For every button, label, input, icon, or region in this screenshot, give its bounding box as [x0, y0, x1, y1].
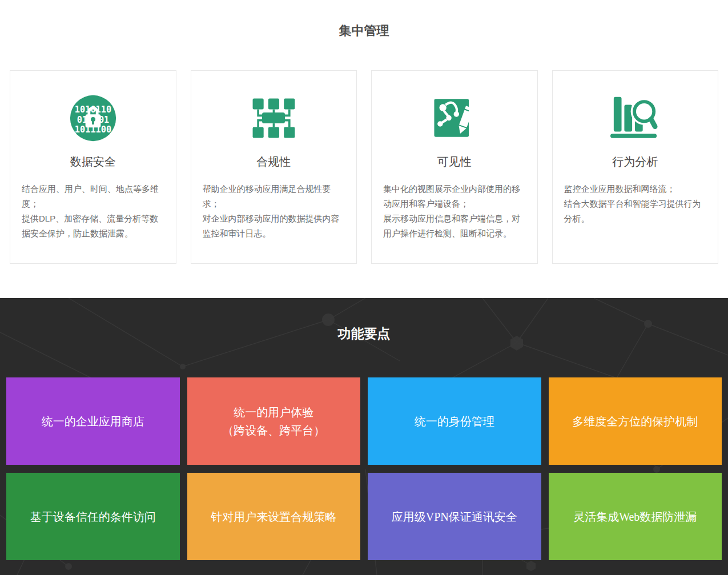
card-body: 监控企业应用数据和网络流； 结合大数据平台和智能学习提供行为分析。 — [553, 182, 718, 226]
tile-app-level-vpn: 应用级VPN保证通讯安全 — [368, 473, 541, 560]
card-title: 合规性 — [191, 154, 357, 170]
feature-points-section: 功能要点 统一的企业应用商店 统一的用户体验 （跨设备、跨平台） 统一的身份管理… — [0, 298, 728, 575]
centralized-management-section: 集中管理 1010110 01 01 1011100 — [0, 0, 728, 298]
card-body: 帮助企业的移动应用满足合规性要求； 对企业内部移动应用的数据提供内容监控和审计日… — [191, 182, 357, 241]
section-title: 集中管理 — [0, 23, 728, 38]
card-title: 行为分析 — [553, 154, 718, 170]
card-data-security: 1010110 01 01 1011100 数据安全 结合应用、用户、时间、地点… — [10, 70, 176, 264]
tile-compliance-policy: 针对用户来设置合规策略 — [187, 473, 361, 560]
card-compliance: 合规性 帮助企业的移动应用满足合规性要求； 对企业内部移动应用的数据提供内容监控… — [191, 70, 357, 264]
card-behavior-analysis: 行为分析 监控企业应用数据和网络流； 结合大数据平台和智能学习提供行为分析。 — [552, 70, 719, 264]
card-visibility: 可见性 集中化的视图展示企业内部使用的移动应用和客户端设备； 展示移动应用信息和… — [371, 70, 538, 264]
tile-unified-identity: 统一的身份管理 — [368, 377, 541, 465]
feature-cards-row: 1010110 01 01 1011100 数据安全 结合应用、用户、时间、地点… — [0, 70, 728, 264]
tile-conditional-access: 基于设备信任的条件访问 — [6, 473, 180, 560]
network-nodes-icon — [191, 91, 357, 144]
binary-lock-icon: 1010110 01 01 1011100 — [10, 91, 176, 144]
card-body: 集中化的视图展示企业内部使用的移动应用和客户端设备； 展示移动应用信息和客户端信… — [372, 182, 537, 241]
barchart-magnifier-icon — [553, 91, 718, 144]
tile-protection-mechanism: 多维度全方位的保护机制 — [549, 377, 722, 465]
tile-web-dlp: 灵活集成Web数据防泄漏 — [549, 473, 722, 560]
svg-text:1010110: 1010110 — [75, 104, 111, 115]
card-title: 可见性 — [372, 154, 537, 170]
card-body: 结合应用、用户、时间、地点等多维度； 提供DLP、加密存储、流量分析等数据安全保… — [10, 182, 176, 241]
section-title: 功能要点 — [0, 325, 728, 342]
tile-unified-user-experience: 统一的用户体验 （跨设备、跨平台） — [187, 377, 361, 465]
feature-tiles-grid: 统一的企业应用商店 统一的用户体验 （跨设备、跨平台） 统一的身份管理 多维度全… — [0, 377, 728, 560]
card-title: 数据安全 — [10, 154, 176, 170]
tile-unified-app-store: 统一的企业应用商店 — [6, 377, 180, 465]
graph-pencil-icon — [372, 91, 537, 144]
